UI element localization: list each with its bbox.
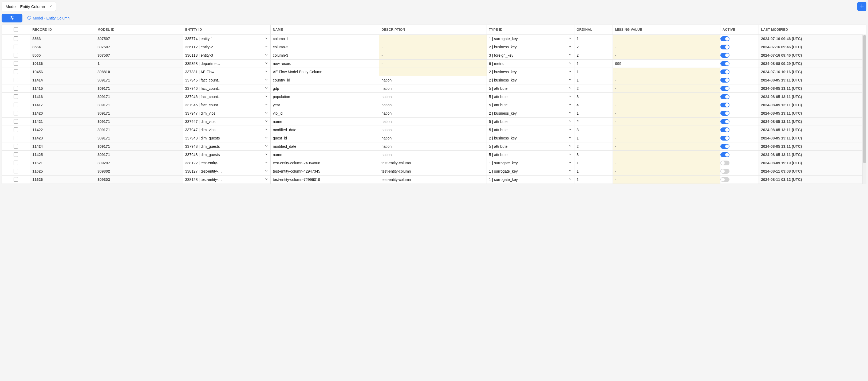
cell-description[interactable]: nation bbox=[379, 101, 487, 109]
cell-description[interactable]: nation bbox=[379, 134, 487, 142]
active-toggle[interactable] bbox=[720, 78, 730, 83]
cell-ordinal[interactable]: 1 bbox=[575, 159, 613, 167]
cell-ordinal[interactable]: 1 bbox=[575, 109, 613, 117]
active-toggle[interactable] bbox=[720, 86, 730, 91]
cell-ordinal[interactable]: 1 bbox=[575, 76, 613, 84]
col-missing[interactable]: MISSING VALUE bbox=[613, 25, 720, 34]
col-record-id[interactable]: RECORD ID bbox=[30, 25, 95, 34]
cell-entity-id[interactable]: 337947 | dim_vips bbox=[183, 125, 271, 134]
active-toggle[interactable] bbox=[720, 127, 730, 132]
row-checkbox[interactable] bbox=[13, 45, 18, 49]
active-toggle[interactable] bbox=[720, 177, 730, 182]
cell-type-id[interactable]: 1 | surrogate_key bbox=[487, 159, 575, 167]
cell-type-id[interactable]: 1 | surrogate_key bbox=[487, 175, 575, 183]
cell-entity-id[interactable]: 336113 | entity-3 bbox=[183, 51, 271, 59]
cell-ordinal[interactable]: 2 bbox=[575, 51, 613, 59]
select-all-checkbox[interactable] bbox=[13, 27, 18, 32]
cell-description[interactable]: test-entity-column bbox=[379, 167, 487, 175]
active-toggle[interactable] bbox=[720, 36, 730, 41]
cell-entity-id[interactable]: 336112 | entity-2 bbox=[183, 43, 271, 51]
cell-missing-value[interactable]: - bbox=[613, 92, 720, 101]
cell-missing-value[interactable]: - bbox=[613, 134, 720, 142]
row-checkbox[interactable] bbox=[13, 78, 18, 82]
row-checkbox[interactable] bbox=[13, 127, 18, 132]
cell-type-id[interactable]: 2 | business_key bbox=[487, 43, 575, 51]
row-checkbox[interactable] bbox=[13, 177, 18, 182]
cell-ordinal[interactable]: 4 bbox=[575, 101, 613, 109]
cell-entity-id[interactable]: 338127 | test-entity-… bbox=[183, 167, 271, 175]
cell-type-id[interactable]: 5 | attribute bbox=[487, 142, 575, 150]
row-checkbox[interactable] bbox=[13, 136, 18, 140]
cell-name[interactable]: test-entity-column-24064806 bbox=[271, 159, 379, 167]
cell-name[interactable]: country_id bbox=[271, 76, 379, 84]
active-toggle[interactable] bbox=[720, 61, 730, 66]
col-name[interactable]: NAME bbox=[271, 25, 379, 34]
active-toggle[interactable] bbox=[720, 136, 730, 141]
row-checkbox[interactable] bbox=[13, 144, 18, 149]
cell-type-id[interactable]: 5 | attribute bbox=[487, 117, 575, 125]
cell-name[interactable]: name bbox=[271, 150, 379, 159]
row-checkbox[interactable] bbox=[13, 119, 18, 124]
cell-type-id[interactable]: 5 | attribute bbox=[487, 84, 575, 92]
active-toggle[interactable] bbox=[720, 94, 730, 99]
active-toggle[interactable] bbox=[720, 69, 730, 74]
cell-ordinal[interactable]: 1 bbox=[575, 34, 613, 43]
cell-name[interactable]: new record bbox=[271, 59, 379, 67]
cell-name[interactable]: year bbox=[271, 101, 379, 109]
cell-name[interactable]: population bbox=[271, 92, 379, 101]
cell-name[interactable]: column-3 bbox=[271, 51, 379, 59]
cell-type-id[interactable]: 1 | surrogate_key bbox=[487, 167, 575, 175]
cell-ordinal[interactable]: 3 bbox=[575, 92, 613, 101]
active-toggle[interactable] bbox=[720, 144, 730, 149]
cell-description[interactable]: nation bbox=[379, 76, 487, 84]
cell-type-id[interactable]: 2 | business_key bbox=[487, 134, 575, 142]
cell-missing-value[interactable]: - bbox=[613, 167, 720, 175]
cell-description[interactable]: - bbox=[379, 67, 487, 76]
cell-missing-value[interactable]: - bbox=[613, 43, 720, 51]
active-toggle[interactable] bbox=[720, 111, 730, 116]
col-entity-id[interactable]: ENTITY ID bbox=[183, 25, 271, 34]
cell-entity-id[interactable]: 337947 | dim_vips bbox=[183, 109, 271, 117]
cell-description[interactable]: nation bbox=[379, 109, 487, 117]
cell-missing-value[interactable]: - bbox=[613, 175, 720, 183]
cell-type-id[interactable]: 2 | business_key bbox=[487, 76, 575, 84]
cell-missing-value[interactable]: - bbox=[613, 101, 720, 109]
cell-description[interactable]: nation bbox=[379, 92, 487, 101]
row-checkbox[interactable] bbox=[13, 53, 18, 57]
cell-ordinal[interactable]: 3 bbox=[575, 150, 613, 159]
cell-ordinal[interactable]: 1 bbox=[575, 59, 613, 67]
cell-name[interactable]: name bbox=[271, 117, 379, 125]
info-chip[interactable]: Model - Entity Column bbox=[27, 16, 70, 21]
cell-missing-value[interactable]: - bbox=[613, 109, 720, 117]
cell-ordinal[interactable]: 1 bbox=[575, 67, 613, 76]
cell-entity-id[interactable]: 335358 | departme… bbox=[183, 59, 271, 67]
col-ordinal[interactable]: ORDINAL bbox=[575, 25, 613, 34]
cell-entity-id[interactable]: 337381 | AE Flow … bbox=[183, 67, 271, 76]
cell-description[interactable]: nation bbox=[379, 117, 487, 125]
cell-missing-value[interactable]: - bbox=[613, 142, 720, 150]
cell-description[interactable]: nation bbox=[379, 142, 487, 150]
cell-name[interactable]: modified_date bbox=[271, 142, 379, 150]
cell-description[interactable]: nation bbox=[379, 84, 487, 92]
cell-missing-value[interactable]: - bbox=[613, 150, 720, 159]
cell-name[interactable]: vip_id bbox=[271, 109, 379, 117]
cell-type-id[interactable]: 3 | foreign_key bbox=[487, 51, 575, 59]
cell-type-id[interactable]: 2 | business_key bbox=[487, 67, 575, 76]
active-toggle[interactable] bbox=[720, 119, 730, 124]
cell-missing-value[interactable]: - bbox=[613, 76, 720, 84]
col-model-id[interactable]: MODEL ID bbox=[95, 25, 183, 34]
add-button[interactable] bbox=[857, 2, 866, 11]
cell-entity-id[interactable]: 338128 | test-entity-… bbox=[183, 175, 271, 183]
cell-name[interactable]: test-entity-column-72996019 bbox=[271, 175, 379, 183]
cell-entity-id[interactable]: 337946 | fact_count… bbox=[183, 101, 271, 109]
cell-type-id[interactable]: 2 | business_key bbox=[487, 109, 575, 117]
col-type-id[interactable]: TYPE ID bbox=[487, 25, 575, 34]
vertical-scrollbar[interactable] bbox=[862, 34, 866, 184]
cell-description[interactable]: test-entity-column bbox=[379, 159, 487, 167]
row-checkbox[interactable] bbox=[13, 160, 18, 165]
cell-type-id[interactable]: 5 | attribute bbox=[487, 101, 575, 109]
active-toggle[interactable] bbox=[720, 53, 730, 58]
row-checkbox[interactable] bbox=[13, 86, 18, 91]
cell-ordinal[interactable]: 2 bbox=[575, 84, 613, 92]
cell-entity-id[interactable]: 337946 | fact_count… bbox=[183, 84, 271, 92]
